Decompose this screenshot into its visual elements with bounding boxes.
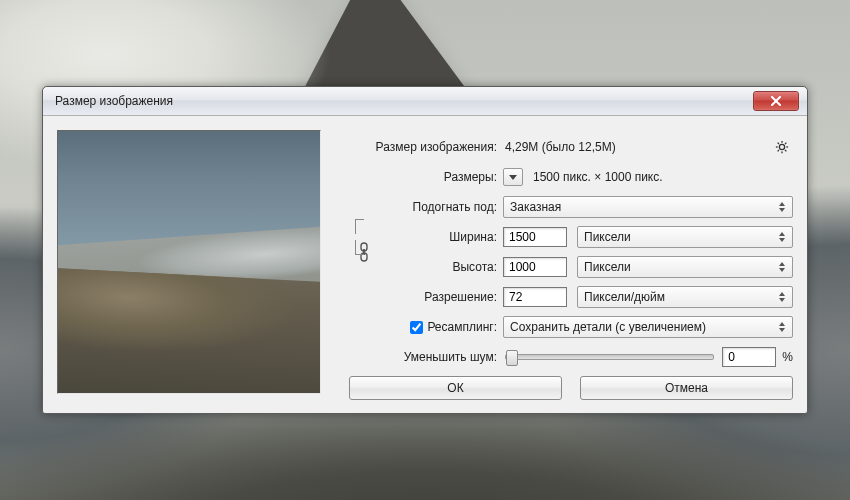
- svg-line-9: [785, 143, 786, 144]
- height-label: Высота:: [379, 260, 503, 274]
- image-size-label: Размер изображения:: [349, 140, 503, 154]
- dimensions-unit-toggle[interactable]: [503, 168, 523, 186]
- resolution-unit-value: Пиксели/дюйм: [584, 290, 665, 304]
- svg-marker-11: [509, 175, 517, 180]
- height-input[interactable]: [503, 257, 567, 277]
- image-size-form: Размер изображения: 4,29M (было 12,5M): [321, 126, 793, 401]
- width-label: Ширина:: [379, 230, 503, 244]
- fit-to-select[interactable]: Заказная: [503, 196, 793, 218]
- ok-button[interactable]: ОК: [349, 376, 562, 400]
- percent-suffix: %: [782, 350, 793, 364]
- close-icon: [771, 96, 781, 106]
- close-button[interactable]: [753, 91, 799, 111]
- dialog-title: Размер изображения: [55, 94, 753, 108]
- dimensions-label: Размеры:: [349, 170, 503, 184]
- resolution-input[interactable]: [503, 287, 567, 307]
- cancel-button[interactable]: Отмена: [580, 376, 793, 400]
- height-unit-select[interactable]: Пиксели: [577, 256, 793, 278]
- ok-button-label: ОК: [447, 381, 463, 395]
- image-size-value: 4,29M (было 12,5M): [503, 140, 616, 154]
- resolution-label: Разрешение:: [349, 290, 503, 304]
- fit-to-value: Заказная: [510, 200, 561, 214]
- reduce-noise-slider[interactable]: [505, 354, 714, 360]
- slider-thumb[interactable]: [506, 350, 518, 366]
- resample-method-value: Сохранить детали (с увеличением): [510, 320, 706, 334]
- resample-method-select[interactable]: Сохранить детали (с увеличением): [503, 316, 793, 338]
- resolution-unit-select[interactable]: Пиксели/дюйм: [577, 286, 793, 308]
- image-preview[interactable]: [57, 130, 321, 394]
- width-unit-select[interactable]: Пиксели: [577, 226, 793, 248]
- svg-point-2: [779, 144, 784, 149]
- resample-label: Ресамплинг:: [427, 320, 497, 334]
- svg-line-8: [785, 150, 786, 151]
- resample-checkbox[interactable]: [410, 321, 423, 334]
- svg-line-7: [778, 143, 779, 144]
- width-unit-value: Пиксели: [584, 230, 631, 244]
- dialog-body: Размер изображения: 4,29M (было 12,5M): [43, 116, 807, 413]
- dimensions-value: 1500 пикс. × 1000 пикс.: [531, 170, 663, 184]
- cancel-button-label: Отмена: [665, 381, 708, 395]
- fit-to-label: Подогнать под:: [349, 200, 503, 214]
- settings-button[interactable]: [771, 136, 793, 158]
- height-unit-value: Пиксели: [584, 260, 631, 274]
- reduce-noise-label: Уменьшить шум:: [349, 350, 503, 364]
- gear-icon: [775, 140, 789, 154]
- dialog-titlebar[interactable]: Размер изображения: [43, 87, 807, 116]
- svg-line-10: [778, 150, 779, 151]
- reduce-noise-input[interactable]: [722, 347, 776, 367]
- width-input[interactable]: [503, 227, 567, 247]
- chevron-down-icon: [509, 173, 517, 181]
- image-size-dialog: Размер изображения Размер изображения: 4…: [42, 86, 808, 414]
